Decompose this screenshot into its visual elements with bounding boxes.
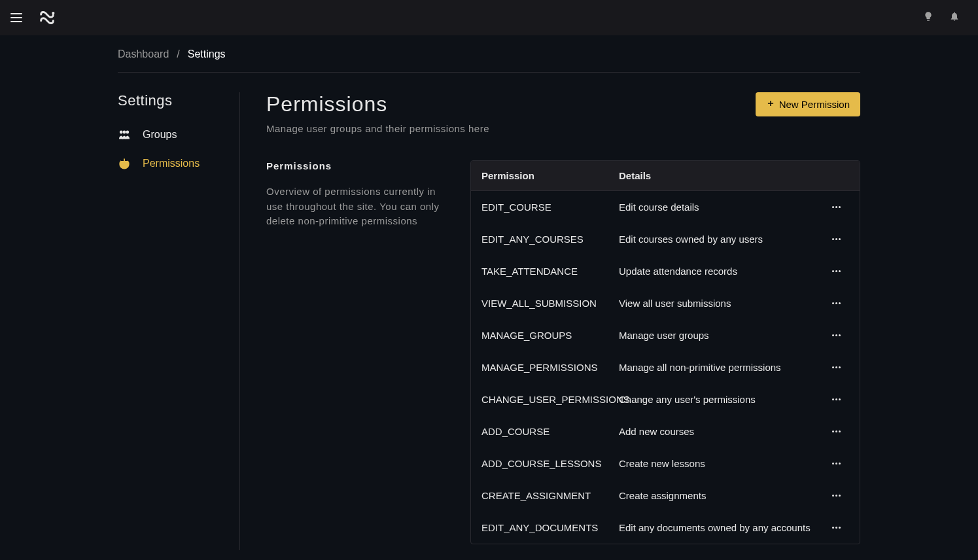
svg-point-1 (120, 131, 123, 134)
column-header-permission: Permission (481, 170, 619, 181)
page-header: Permissions New Permission (266, 92, 860, 116)
cell-actions (823, 270, 849, 272)
sidebar: Settings Groups (118, 92, 240, 550)
content-wrapper: Dashboard / Settings Settings Groups (0, 35, 978, 550)
cell-actions (823, 527, 849, 529)
table-row: EDIT_ANY_DOCUMENTS Edit any documents ow… (471, 512, 860, 544)
cell-actions (823, 398, 849, 400)
sidebar-item-permissions[interactable]: Permissions (118, 154, 226, 173)
new-permission-button-label: New Permission (779, 99, 850, 110)
more-icon[interactable] (832, 302, 841, 304)
cell-details: Edit course details (619, 201, 823, 213)
cell-details: Change any user's permissions (619, 394, 823, 405)
users-icon (118, 130, 131, 140)
more-icon[interactable] (832, 463, 841, 464)
table-row: EDIT_COURSE Edit course details (471, 191, 860, 223)
cell-details: Create assignments (619, 490, 823, 501)
cell-permission: CREATE_ASSIGNMENT (481, 490, 619, 501)
table-row: MANAGE_PERMISSIONS Manage all non-primit… (471, 351, 860, 383)
column-header-details: Details (619, 170, 823, 181)
topbar-right (923, 11, 968, 24)
cell-permission: EDIT_ANY_DOCUMENTS (481, 522, 619, 533)
cell-permission: MANAGE_PERMISSIONS (481, 362, 619, 373)
cell-details: Edit courses owned by any users (619, 234, 823, 245)
breadcrumb-current: Settings (188, 48, 226, 60)
section-heading: Permissions (266, 160, 444, 171)
section-description: Overview of permissions currently in use… (266, 184, 444, 229)
hamburger-icon[interactable] (10, 13, 22, 22)
power-icon (118, 158, 131, 169)
cell-permission: MANAGE_GROUPS (481, 330, 619, 341)
cell-details: View all user submissions (619, 298, 823, 309)
table-row: EDIT_ANY_COURSES Edit courses owned by a… (471, 223, 860, 255)
cell-permission: ADD_COURSE (481, 426, 619, 437)
cell-permission: TAKE_ATTENDANCE (481, 266, 619, 277)
cell-actions (823, 302, 849, 304)
topbar-left (10, 9, 56, 27)
table-row: CREATE_ASSIGNMENT Create assignments (471, 480, 860, 512)
svg-point-0 (52, 12, 54, 14)
topbar (0, 0, 978, 35)
breadcrumb: Dashboard / Settings (118, 35, 860, 73)
cell-permission: VIEW_ALL_SUBMISSION (481, 298, 619, 309)
cell-details: Manage user groups (619, 330, 823, 341)
table-header: Permission Details (471, 161, 860, 191)
lightbulb-icon[interactable] (923, 11, 934, 24)
sidebar-title: Settings (118, 92, 226, 109)
permissions-table: Permission Details EDIT_COURSE Edit cour… (470, 160, 860, 544)
plus-icon (766, 99, 775, 110)
more-icon[interactable] (832, 527, 841, 529)
more-icon[interactable] (832, 334, 841, 336)
cell-actions (823, 463, 849, 464)
breadcrumb-dashboard[interactable]: Dashboard (118, 48, 169, 60)
left-column: Permissions Overview of permissions curr… (266, 160, 444, 544)
svg-point-3 (126, 131, 129, 134)
more-icon[interactable] (832, 398, 841, 400)
main-layout: Settings Groups (118, 92, 860, 550)
right-column: Permission Details EDIT_COURSE Edit cour… (470, 160, 860, 544)
cell-permission: ADD_COURSE_LESSONS (481, 458, 619, 469)
cell-permission: EDIT_COURSE (481, 201, 619, 213)
more-icon[interactable] (832, 238, 841, 240)
cell-actions (823, 430, 849, 432)
table-row: ADD_COURSE_LESSONS Create new lessons (471, 447, 860, 480)
table-row: ADD_COURSE Add new courses (471, 415, 860, 447)
cell-details: Manage all non-primitive permissions (619, 362, 823, 373)
sidebar-item-label: Groups (143, 129, 177, 141)
more-icon[interactable] (832, 430, 841, 432)
more-icon[interactable] (832, 495, 841, 497)
logo-icon[interactable] (38, 9, 56, 27)
cell-permission: EDIT_ANY_COURSES (481, 234, 619, 245)
table-row: CHANGE_USER_PERMISSIONS Change any user'… (471, 383, 860, 415)
cell-permission: CHANGE_USER_PERMISSIONS (481, 394, 619, 405)
two-column-layout: Permissions Overview of permissions curr… (266, 160, 860, 544)
cell-actions (823, 334, 849, 336)
table-body: EDIT_COURSE Edit course details EDIT_ANY… (471, 191, 860, 544)
cell-actions (823, 238, 849, 240)
cell-details: Update attendance records (619, 266, 823, 277)
cell-actions (823, 495, 849, 497)
sidebar-item-groups[interactable]: Groups (118, 125, 226, 145)
cell-actions (823, 206, 849, 208)
more-icon[interactable] (832, 206, 841, 208)
bell-icon[interactable] (949, 11, 960, 24)
table-row: VIEW_ALL_SUBMISSION View all user submis… (471, 287, 860, 319)
more-icon[interactable] (832, 270, 841, 272)
main-content: Permissions New Permission Manage user g… (240, 92, 860, 550)
cell-details: Edit any documents owned by any accounts (619, 522, 823, 533)
sidebar-item-label: Permissions (143, 158, 200, 169)
svg-point-2 (123, 131, 126, 134)
breadcrumb-separator: / (177, 48, 179, 60)
table-row: TAKE_ATTENDANCE Update attendance record… (471, 255, 860, 287)
cell-details: Create new lessons (619, 458, 823, 469)
new-permission-button[interactable]: New Permission (756, 92, 860, 116)
cell-details: Add new courses (619, 426, 823, 437)
table-row: MANAGE_GROUPS Manage user groups (471, 319, 860, 351)
column-header-actions (823, 170, 849, 181)
page-subtitle: Manage user groups and their permissions… (266, 123, 860, 134)
page-title: Permissions (266, 92, 387, 116)
cell-actions (823, 366, 849, 368)
more-icon[interactable] (832, 366, 841, 368)
